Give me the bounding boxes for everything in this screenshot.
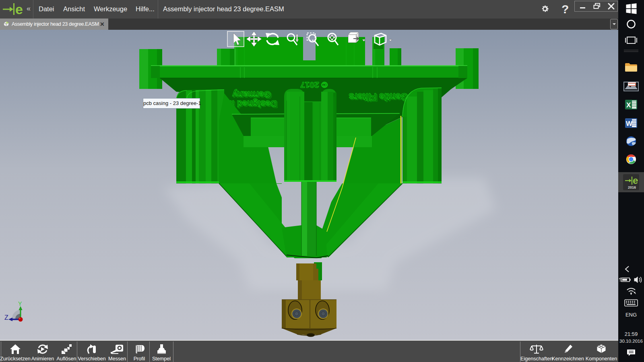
svg-text:?: ? xyxy=(561,2,569,16)
svg-text:Gentle Filters: Gentle Filters xyxy=(349,91,408,102)
svg-text:Germany: Germany xyxy=(232,89,271,99)
svg-text:Z: Z xyxy=(4,314,8,321)
svg-text:e: e xyxy=(15,2,23,16)
svg-text:X: X xyxy=(626,101,631,109)
svg-text:© 2017: © 2017 xyxy=(300,80,328,90)
svg-text:W: W xyxy=(626,120,633,128)
svg-text:2016: 2016 xyxy=(628,185,636,189)
svg-text:e: e xyxy=(633,175,638,186)
svg-text:Y: Y xyxy=(18,300,22,307)
